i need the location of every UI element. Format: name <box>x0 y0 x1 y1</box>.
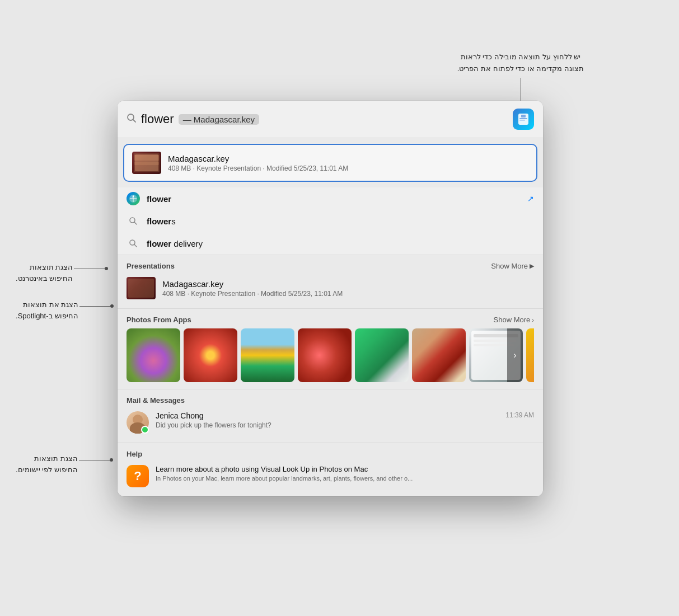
svg-line-11 <box>134 222 137 224</box>
results-area: Presentations Show More ▶ Madagascar.key… <box>118 255 543 496</box>
presentation-meta: 408 MB · Keynote Presentation · Modified… <box>162 290 343 298</box>
mail-info: Jenica Chong Did you pick up the flowers… <box>156 411 499 429</box>
photos-title: Photos From Apps <box>127 316 191 324</box>
photo-4[interactable] <box>298 328 352 382</box>
help-section: Help ? Learn more about a photo using Vi… <box>118 443 543 496</box>
internet-annotation: הצגת תוצאות החיפוש באינטרנט. <box>16 262 73 284</box>
mail-time: 11:39 AM <box>505 411 534 419</box>
search-icon <box>127 113 137 126</box>
safari-arrow-icon: ↗ <box>527 194 534 203</box>
photos-show-more-arrow: › <box>532 317 534 323</box>
photo-6[interactable] <box>412 328 466 382</box>
mail-section: Mail & Messages Jenica Chong Did you pic… <box>118 389 543 443</box>
mail-result[interactable]: Jenica Chong Did you pick up the flowers… <box>127 409 534 436</box>
svg-rect-3 <box>519 118 527 119</box>
safari-icon <box>127 192 140 205</box>
mail-sender: Jenica Chong <box>156 411 499 420</box>
spotlight-window: flower — Madagascar.key Madaga <box>118 101 543 496</box>
search-query[interactable]: flower — Madagascar.key <box>141 112 508 126</box>
svg-line-13 <box>134 244 137 247</box>
photo-1[interactable] <box>127 328 180 382</box>
search-query-text: flower <box>141 112 174 126</box>
suggestions-list: flower ↗ flowers <box>118 187 543 255</box>
help-title: Help <box>127 450 142 458</box>
mail-title: Mail & Messages <box>127 396 185 405</box>
photos-show-more[interactable]: Show More › <box>494 316 534 324</box>
photo-5[interactable] <box>355 328 409 382</box>
svg-rect-5 <box>521 115 526 117</box>
suggestion-safari-text: flower <box>147 194 521 204</box>
search-tag: — Madagascar.key <box>179 114 259 125</box>
help-result-preview: In Photos on your Mac, learn more about … <box>156 474 413 483</box>
help-result[interactable]: ? Learn more about a photo using Visual … <box>127 463 534 490</box>
photo-3[interactable] <box>241 328 294 382</box>
mail-preview: Did you pick up the flowers for tonight? <box>156 421 499 429</box>
spotlight-icon-1 <box>127 214 140 228</box>
photos-grid: › <box>127 328 534 382</box>
presentations-header: Presentations Show More ▶ <box>127 262 534 270</box>
top-annotation: יש ללחוץ על תוצאה מובילה כדי לראות תצוגה… <box>457 51 584 75</box>
top-result-name: Madagascar.key <box>168 154 528 163</box>
suggestion-delivery-text: flower delivery <box>147 239 534 248</box>
keynote-thumbnail <box>132 152 161 174</box>
presentations-show-more[interactable]: Show More ▶ <box>491 262 534 270</box>
keynote-app-icon <box>513 109 534 130</box>
top-result[interactable]: Madagascar.key 408 MB · Keynote Presenta… <box>123 144 537 182</box>
presentation-result-row[interactable]: Madagascar.key 408 MB · Keynote Presenta… <box>127 275 534 302</box>
photos-section: Photos From Apps Show More › <box>118 309 543 389</box>
messages-badge <box>141 426 149 434</box>
help-result-title: Learn more about a photo using Visual Lo… <box>156 465 413 473</box>
photos-header: Photos From Apps Show More › <box>127 316 534 324</box>
show-more-arrow: ▶ <box>530 262 534 270</box>
photo-8-partial[interactable] <box>526 328 534 382</box>
photo-7[interactable]: › <box>469 328 523 382</box>
apps-annotation: הצגת תוצאות החיפוש לפי יישומים. <box>16 453 78 475</box>
presentation-info: Madagascar.key 408 MB · Keynote Presenta… <box>162 279 343 298</box>
top-result-info: Madagascar.key 408 MB · Keynote Presenta… <box>168 154 528 172</box>
mail-header: Mail & Messages <box>127 396 534 405</box>
suggestion-flowers-text: flowers <box>147 217 534 226</box>
suggestion-flower-delivery[interactable]: flower delivery <box>118 232 543 255</box>
presentation-thumbnail <box>127 277 156 299</box>
suggestion-safari[interactable]: flower ↗ <box>118 187 543 210</box>
help-text: Learn more about a photo using Visual Lo… <box>156 465 413 483</box>
presentations-title: Presentations <box>127 262 175 270</box>
presentations-section: Presentations Show More ▶ Madagascar.key… <box>118 255 543 309</box>
photo-2[interactable] <box>184 328 237 382</box>
help-icon: ? <box>127 465 149 487</box>
svg-line-1 <box>133 119 136 122</box>
presentation-name: Madagascar.key <box>162 279 343 289</box>
top-result-meta: 408 MB · Keynote Presentation · Modified… <box>168 164 528 172</box>
spotlight-icon-2 <box>127 237 140 250</box>
search-bar: flower — Madagascar.key <box>118 101 543 138</box>
svg-rect-4 <box>519 120 525 121</box>
help-header: Help <box>127 450 534 458</box>
spotlight-annotation: הצגת את תוצאות החיפוש ב-Spotlight. <box>16 299 78 321</box>
suggestion-flowers[interactable]: flowers <box>118 210 543 232</box>
